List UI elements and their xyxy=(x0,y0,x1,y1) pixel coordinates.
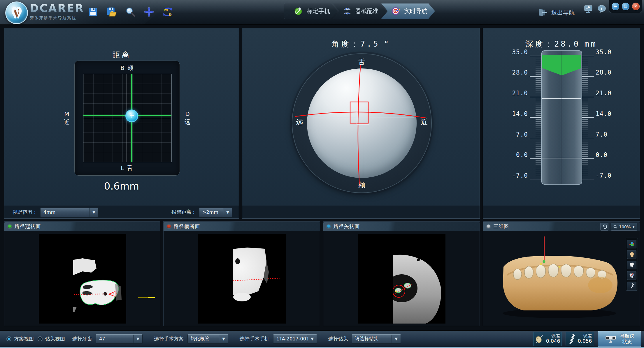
angle-value: 7.5 xyxy=(360,39,380,48)
brand-block: DCARER 牙体牙髓手术导航系统 xyxy=(30,3,84,20)
depth-tick-label: 14.0 xyxy=(509,110,528,117)
three-d-view-panel: 三维图 100% ▼ xyxy=(483,221,640,326)
mesial-label: M近 xyxy=(62,110,72,126)
depth-tick-label: 35.0 xyxy=(509,49,528,56)
undo-icon xyxy=(602,225,607,229)
sagittal-view-header[interactable]: 路径矢状面 xyxy=(323,222,480,231)
status-dot xyxy=(8,225,12,228)
mesial-direction-label: 近 xyxy=(421,117,428,127)
close-button[interactable]: ✕ xyxy=(632,3,640,10)
drill-error-button[interactable]: 误差 0.056 xyxy=(566,332,594,346)
tooth-select-label: 选择牙齿 xyxy=(72,335,92,342)
drill-select[interactable]: 请选择钻头▼ xyxy=(352,334,401,344)
fov-label: 视野范围： xyxy=(13,209,37,215)
handpiece-select[interactable]: 1TA-2017-001▼ xyxy=(273,334,317,344)
three-d-view-body[interactable] xyxy=(483,231,640,326)
chevron-down-icon: ▼ xyxy=(632,225,635,228)
tool-target-square xyxy=(350,102,368,123)
step-calibrate-handpiece[interactable]: 标定手机 xyxy=(284,3,338,19)
restore-button[interactable]: ❐ xyxy=(622,3,629,10)
brand-name: DCARER xyxy=(30,3,84,14)
plan-view-radio[interactable]: 方案视图 xyxy=(6,335,34,342)
handpiece-tool-icon[interactable] xyxy=(627,282,636,290)
search-icon[interactable] xyxy=(125,6,136,17)
svg-text:i: i xyxy=(601,6,602,11)
handpiece-error-button[interactable]: 误差 0.046 xyxy=(533,332,562,346)
step-instrument-registration[interactable]: 器械配准 xyxy=(333,3,386,19)
drill-bit-icon xyxy=(568,334,575,344)
sagittal-view-body[interactable] xyxy=(323,231,480,326)
plan-select[interactable]: 钙化根管▼ xyxy=(187,334,228,344)
depth-tick-label: 35.0 xyxy=(596,49,614,56)
reset-view-button[interactable] xyxy=(600,223,608,231)
marker-tool-icon xyxy=(535,334,544,344)
handpiece-select-label: 选择手术手机 xyxy=(240,335,269,342)
fov-select[interactable]: 4mm▼ xyxy=(40,208,99,217)
step-label: 实时导航 xyxy=(404,7,427,15)
axial-view-header[interactable]: 路径横断面 xyxy=(164,222,320,231)
sagittal-ct-image xyxy=(323,231,480,326)
status-dot xyxy=(327,225,331,228)
drill-select-label: 选择钻头 xyxy=(328,335,348,342)
lingual-direction-label: 舌 xyxy=(292,57,431,67)
depth-value: 28.0 xyxy=(554,39,580,48)
depth-tick-label: 28.0 xyxy=(596,69,614,76)
display-icon[interactable] xyxy=(584,5,593,13)
zoom-select[interactable]: 100% ▼ xyxy=(611,223,637,231)
move-icon[interactable] xyxy=(143,6,155,17)
depth-panel: 深度：28.0 mm 35.0 28.0 21.0 14.0 7.0 0.0 -… xyxy=(483,28,640,219)
exit-navigation-button[interactable]: 退出导航 xyxy=(537,8,575,17)
calibrate-handpiece-icon xyxy=(294,6,303,16)
alarm-distance-select[interactable]: >2mm▼ xyxy=(199,208,232,217)
save-icon[interactable] xyxy=(87,6,99,17)
depth-tick-label: 28.0 xyxy=(509,69,528,76)
axial-view-body[interactable] xyxy=(164,231,320,326)
top-bar: DCARER 牙体牙髓手术导航系统 MD 标定手机 xyxy=(0,0,644,25)
drill-path-line xyxy=(544,236,545,261)
distance-panel: 距离 B 颊 + L 舌 M近 D远 0.6mm 视野范围： 4mm▼ xyxy=(4,28,239,219)
tool-axis-horizontal xyxy=(295,112,426,118)
instrument-registration-icon xyxy=(343,6,352,16)
coronal-view-panel: 路径冠状面 xyxy=(4,221,160,326)
info-icon[interactable]: i xyxy=(598,5,606,13)
distance-title: 距离 xyxy=(4,50,239,60)
app-window: DCARER 牙体牙髓手术导航系统 MD 标定手机 xyxy=(0,0,644,348)
depth-ticks-left xyxy=(530,56,541,180)
mpr-planes-icon[interactable] xyxy=(627,240,636,248)
tooth-logo-icon xyxy=(5,1,28,24)
depth-tick-label: 7.0 xyxy=(509,131,528,138)
depth-cylinder xyxy=(541,50,582,185)
exit-label: 退出导航 xyxy=(551,9,575,17)
buccal-label: B 颊 xyxy=(75,64,180,72)
tooth-select[interactable]: 47▼ xyxy=(96,334,143,344)
tooth-drill-icon[interactable] xyxy=(627,271,636,280)
navigator-status-button[interactable]: 导航仪 状态 xyxy=(598,331,641,347)
chevron-down-icon: ▼ xyxy=(89,208,98,217)
view-title: 路径冠状面 xyxy=(15,223,41,230)
head-model-icon[interactable] xyxy=(627,250,636,259)
distance-grid[interactable]: + xyxy=(83,74,172,162)
save-as-icon[interactable] xyxy=(106,6,117,17)
step-realtime-navigation[interactable]: 实时导航 xyxy=(381,3,435,19)
depth-tick-label: 21.0 xyxy=(596,90,614,97)
md-direction-icon[interactable]: MD xyxy=(162,6,173,17)
tooth-model-icon[interactable] xyxy=(627,261,636,269)
distance-footer: 视野范围： 4mm▼ 报警距离： >2mm▼ xyxy=(4,206,239,218)
radio-unselected-icon xyxy=(38,336,43,341)
depth-tick-label: 21.0 xyxy=(509,90,528,97)
minimize-button[interactable]: — xyxy=(612,3,619,10)
bottom-control-bar: 方案视图 钻头视图 选择牙齿 47▼ 选择手术方案 钙化根管▼ 选择手术手机 1… xyxy=(0,331,644,348)
three-d-toolbar xyxy=(626,238,638,291)
status-dot xyxy=(167,225,171,228)
angle-title: 角度：7.5 ° xyxy=(242,39,480,49)
coronal-view-header[interactable]: 路径冠状面 xyxy=(4,222,160,231)
drill-view-radio[interactable]: 钻头视图 xyxy=(38,335,65,342)
coronal-view-body[interactable] xyxy=(4,231,160,326)
depth-gauge: 35.0 28.0 21.0 14.0 7.0 0.0 -7.0 35.0 28… xyxy=(509,50,614,185)
workflow-steps: 标定手机 器械配准 实时导航 xyxy=(284,3,435,19)
three-d-view-header[interactable]: 三维图 100% ▼ xyxy=(483,222,640,231)
depth-tick-label: -7.0 xyxy=(509,172,528,179)
window-controls: — ❐ ✕ xyxy=(609,0,642,13)
depth-tick-label: 0.0 xyxy=(509,151,528,158)
angle-sphere-dial[interactable]: 舌 颊 远 近 xyxy=(292,53,432,193)
